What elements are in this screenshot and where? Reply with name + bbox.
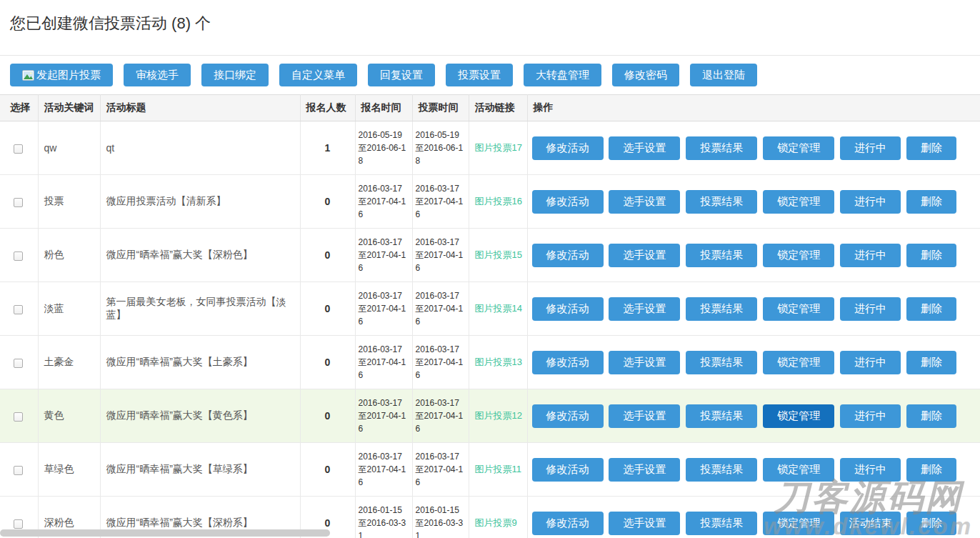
vote-time: 2016-03-17 至2017-04-16 (412, 443, 469, 497)
lock-management-button[interactable]: 锁定管理 (763, 190, 834, 214)
lock-management-button[interactable]: 锁定管理 (763, 244, 834, 267)
vote-time: 2016-03-17 至2017-04-16 (412, 336, 469, 389)
vote-results-button[interactable]: 投票结果 (686, 190, 757, 214)
vote-results-button[interactable]: 投票结果 (686, 297, 757, 321)
vote-results-button[interactable]: 投票结果 (686, 512, 757, 535)
column-header-count: 报名人数 (300, 95, 355, 121)
player-settings-button[interactable]: 选手设置 (609, 136, 680, 160)
change-password-button[interactable]: 修改密码 (612, 64, 679, 86)
activity-title: qt (100, 121, 300, 175)
delete-button[interactable]: 删除 (906, 351, 956, 374)
activity-link[interactable]: 图片投票17 (475, 142, 522, 153)
lock-management-button[interactable]: 锁定管理 (763, 458, 834, 482)
review-players-button[interactable]: 审核选手 (124, 64, 191, 86)
row-checkbox[interactable] (14, 359, 23, 368)
activity-status-button[interactable]: 进行中 (840, 297, 901, 321)
activity-link[interactable]: 图片投票11 (475, 464, 522, 474)
vote-time: 2016-03-17 至2017-04-16 (412, 175, 469, 229)
activity-status-button[interactable]: 进行中 (840, 190, 901, 214)
edit-activity-button[interactable]: 修改活动 (532, 351, 604, 374)
row-checkbox[interactable] (14, 144, 23, 154)
delete-button[interactable]: 删除 (906, 136, 956, 160)
delete-button[interactable]: 删除 (906, 512, 956, 535)
activity-status-button[interactable]: 进行中 (840, 404, 901, 428)
activity-status-button[interactable]: 进行中 (840, 351, 901, 374)
row-checkbox[interactable] (14, 466, 23, 475)
edit-activity-button[interactable]: 修改活动 (532, 190, 604, 214)
table-row: 投票 微应用投票活动【清新系】 0 2016-03-17 至2017-04-16… (0, 175, 980, 229)
edit-activity-button[interactable]: 修改活动 (532, 136, 604, 160)
row-checkbox[interactable] (14, 305, 23, 314)
activity-link[interactable]: 图片投票14 (475, 303, 522, 314)
row-checkbox[interactable] (14, 251, 23, 261)
logout-button[interactable]: 退出登陆 (690, 64, 757, 86)
activity-keyword: 草绿色 (38, 443, 100, 497)
activity-status-button[interactable]: 进行中 (840, 244, 901, 267)
player-settings-button[interactable]: 选手设置 (609, 244, 680, 267)
vote-time: 2016-05-19 至2016-06-18 (412, 121, 469, 175)
delete-button[interactable]: 删除 (906, 190, 956, 214)
edit-activity-button[interactable]: 修改活动 (532, 404, 604, 428)
signup-count: 0 (300, 229, 355, 282)
reply-settings-button[interactable]: 回复设置 (368, 64, 435, 86)
edit-activity-button[interactable]: 修改活动 (532, 512, 604, 535)
custom-menu-button[interactable]: 自定义菜单 (279, 64, 357, 86)
lock-management-button[interactable]: 锁定管理 (763, 351, 834, 374)
vote-results-button[interactable]: 投票结果 (686, 244, 757, 267)
row-checkbox[interactable] (14, 412, 23, 422)
toolbar-button-label: 投票设置 (458, 69, 501, 82)
link-cell: 图片投票16 (469, 175, 527, 229)
player-settings-button[interactable]: 选手设置 (609, 512, 680, 535)
player-settings-button[interactable]: 选手设置 (609, 458, 680, 482)
wheel-manage-button[interactable]: 大转盘管理 (524, 64, 601, 86)
activity-title: 第一届最美女老板，女同事投票活动【淡蓝】 (100, 282, 300, 336)
activity-status-button[interactable]: 进行中 (840, 136, 901, 160)
row-checkbox[interactable] (14, 198, 23, 207)
signup-count: 0 (300, 282, 355, 336)
activity-keyword: 淡蓝 (38, 282, 100, 336)
lock-management-button[interactable]: 锁定管理 (763, 404, 834, 428)
actions-cell: 修改活动 选手设置 投票结果 锁定管理 进行中 删除 (527, 389, 980, 443)
lock-management-button[interactable]: 锁定管理 (763, 512, 834, 535)
row-checkbox[interactable] (14, 519, 23, 529)
table-row: qw qt 1 2016-05-19 至2016-06-18 2016-05-1… (0, 121, 980, 175)
edit-activity-button[interactable]: 修改活动 (532, 458, 604, 482)
vote-results-button[interactable]: 投票结果 (686, 458, 757, 482)
lock-management-button[interactable]: 锁定管理 (763, 136, 834, 160)
column-header-actions: 操作 (527, 95, 980, 121)
signup-time: 2016-03-17 至2017-04-16 (355, 229, 412, 282)
activity-status-button[interactable]: 进行中 (840, 458, 901, 482)
activity-title: 微应用“晒幸福”赢大奖【黄色系】 (100, 389, 300, 443)
link-cell: 图片投票13 (469, 336, 527, 389)
vote-results-button[interactable]: 投票结果 (686, 136, 757, 160)
activity-link[interactable]: 图片投票13 (475, 357, 522, 367)
table-body: qw qt 1 2016-05-19 至2016-06-18 2016-05-1… (0, 121, 980, 538)
edit-activity-button[interactable]: 修改活动 (532, 244, 604, 267)
interface-bind-button[interactable]: 接口绑定 (201, 64, 269, 86)
vote-settings-button[interactable]: 投票设置 (446, 64, 513, 86)
delete-button[interactable]: 删除 (906, 297, 956, 321)
delete-button[interactable]: 删除 (906, 244, 956, 267)
lock-management-button[interactable]: 锁定管理 (763, 297, 834, 321)
activity-link[interactable]: 图片投票9 (475, 517, 517, 528)
signup-time: 2016-05-19 至2016-06-18 (355, 121, 412, 175)
delete-button[interactable]: 删除 (906, 458, 956, 482)
activity-link[interactable]: 图片投票15 (475, 249, 522, 260)
activity-status-button[interactable]: 活动结束 (840, 512, 901, 535)
activity-link[interactable]: 图片投票12 (475, 410, 522, 421)
horizontal-scrollbar-thumb[interactable] (0, 529, 330, 537)
player-settings-button[interactable]: 选手设置 (609, 190, 680, 214)
activity-title: 微应用“晒幸福”赢大奖【深粉色】 (100, 229, 300, 282)
vote-results-button[interactable]: 投票结果 (686, 351, 757, 374)
player-settings-button[interactable]: 选手设置 (609, 297, 680, 321)
player-settings-button[interactable]: 选手设置 (609, 351, 680, 374)
vote-results-button[interactable]: 投票结果 (686, 404, 757, 428)
select-cell (0, 282, 38, 336)
delete-button[interactable]: 删除 (906, 404, 956, 428)
edit-activity-button[interactable]: 修改活动 (532, 297, 604, 321)
activity-link[interactable]: 图片投票16 (475, 196, 522, 206)
player-settings-button[interactable]: 选手设置 (609, 404, 680, 428)
vote-time: 2016-03-17 至2017-04-16 (412, 389, 469, 443)
start-image-vote-button[interactable]: 发起图片投票 (10, 64, 113, 86)
column-header-vote-time: 投票时间 (412, 95, 469, 121)
